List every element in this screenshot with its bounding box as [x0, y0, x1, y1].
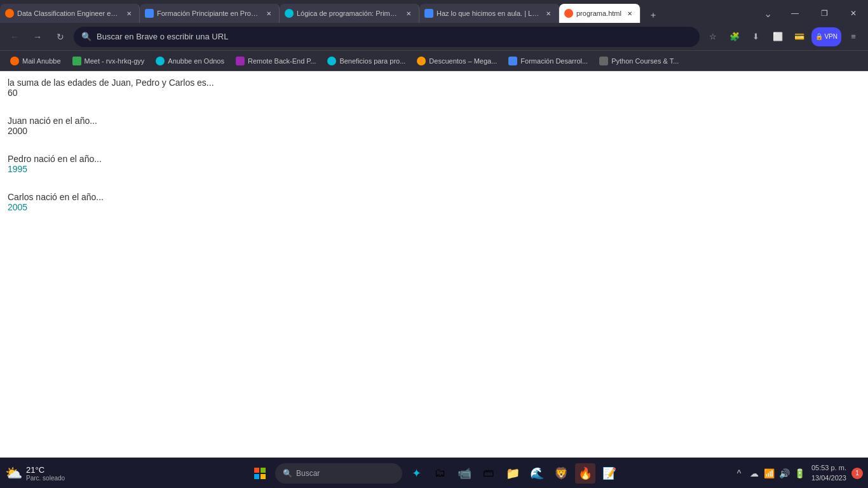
line-value-4: 2005	[8, 202, 860, 212]
bookmark-favicon-6	[417, 57, 426, 65]
clock-date: 13/04/2023	[811, 473, 846, 483]
taskbar-files-explorer[interactable]: 🗂	[430, 463, 451, 484]
tab-label-4: Haz lo que hicimos en aula. | Lógic...	[437, 10, 540, 17]
line-value-3: 1995	[8, 164, 860, 174]
tab-3[interactable]: Lógica de programación: Primeros... ✕	[280, 4, 419, 23]
wallet-button[interactable]: 💳	[790, 27, 809, 46]
bookmark-label-4: Remote Back-End P...	[248, 57, 316, 65]
bookmark-meet[interactable]: Meet - rvx-hrkq-gyy	[67, 53, 150, 69]
tab-2[interactable]: Formación Principiante en Progra... ✕	[140, 4, 280, 23]
bookmark-favicon-5	[327, 57, 336, 65]
content-block-4: Carlos nació en el año... 2005	[8, 192, 860, 212]
system-tray: ^ ☁ 📶 🔊 🔋	[733, 467, 806, 480]
taskbar-search-icon: 🔍	[283, 469, 292, 478]
extensions-button[interactable]: 🧩	[725, 27, 744, 46]
tab-close-3[interactable]: ✕	[403, 8, 414, 18]
bookmark-label-8: Python Courses & T...	[611, 57, 679, 65]
sidebar-button[interactable]: ⬜	[768, 27, 787, 46]
search-icon: 🔍	[81, 32, 92, 41]
title-bar: Data Classification Engineer en Ad ✕ For…	[0, 0, 868, 23]
tab-close-2[interactable]: ✕	[264, 8, 274, 18]
bookmark-favicon-4	[236, 57, 245, 65]
tab-4[interactable]: Haz lo que hicimos en aula. | Lógic... ✕	[419, 4, 559, 23]
close-button[interactable]: ✕	[839, 2, 868, 25]
svg-rect-3	[261, 474, 266, 479]
taskbar-lion[interactable]: 🦁	[551, 463, 571, 484]
bookmark-label-1: Mail Anubbe	[22, 57, 61, 65]
new-tab-button[interactable]: ＋	[646, 8, 661, 23]
weather-info: 21°C Parc. soleado	[26, 465, 65, 482]
bookmark-anubbe[interactable]: Anubbe en Odnos	[151, 53, 229, 69]
taskbar-search-label: Buscar	[296, 469, 320, 478]
system-clock[interactable]: 05:53 p. m. 13/04/2023	[809, 463, 849, 483]
taskbar-brave[interactable]: 🔥	[575, 463, 595, 484]
taskbar-copilot[interactable]: ✦	[406, 463, 426, 484]
title-bar-right: ⌄	[755, 4, 780, 23]
tray-battery[interactable]: 🔋	[794, 467, 806, 480]
forward-button[interactable]: →	[28, 27, 47, 46]
tab-label-2: Formación Principiante en Progra...	[157, 10, 261, 17]
bookmark-label-2: Meet - rvx-hrkq-gyy	[85, 57, 145, 65]
bookmark-mail[interactable]: Mail Anubbe	[5, 53, 66, 69]
tab-1[interactable]: Data Classification Engineer en Ad ✕	[0, 4, 140, 23]
tab-favicon-1	[5, 9, 14, 18]
taskbar-notes[interactable]: 📝	[599, 463, 620, 484]
weather-desc: Parc. soleado	[26, 475, 65, 482]
line-value-1: 60	[8, 88, 860, 98]
bookmark-remote[interactable]: Remote Back-End P...	[231, 53, 321, 69]
bookmark-formacion[interactable]: Formación Desarrol...	[503, 53, 593, 69]
bookmark-beneficios[interactable]: Beneficios para pro...	[322, 53, 410, 69]
tab-list-button[interactable]: ⌄	[760, 6, 775, 21]
bookmark-favicon-2	[72, 57, 81, 65]
tray-volume[interactable]: 🔊	[778, 467, 791, 480]
tab-label-1: Data Classification Engineer en Ad	[17, 10, 121, 17]
bookmark-favicon-3	[156, 57, 165, 65]
tab-favicon-3	[285, 9, 294, 18]
weather-icon: ⛅	[5, 465, 22, 482]
svg-rect-0	[254, 468, 259, 473]
vpn-button[interactable]: 🔒 VPN	[811, 27, 841, 46]
maximize-button[interactable]: ❐	[810, 2, 839, 25]
tab-5-active[interactable]: programa.html ✕	[559, 4, 641, 23]
minimize-button[interactable]: —	[780, 2, 810, 25]
clock-time: 05:53 p. m.	[811, 463, 846, 473]
reload-button[interactable]: ↻	[51, 27, 70, 46]
bookmark-favicon-7	[508, 57, 517, 65]
weather-temp: 21°C	[26, 465, 65, 475]
address-bar[interactable]: 🔍 Buscar en Brave o escribir una URL	[74, 27, 700, 47]
tab-close-1[interactable]: ✕	[124, 8, 134, 18]
bookmark-descuentos[interactable]: Descuentos – Mega...	[412, 53, 502, 69]
tray-cloud[interactable]: ☁	[748, 467, 761, 480]
nav-bar: ← → ↻ 🔍 Buscar en Brave o escribir una U…	[0, 23, 868, 51]
taskbar-store[interactable]: 🗃	[478, 463, 499, 484]
line-label-2: Juan nació en el año...	[8, 116, 860, 126]
nav-right: ☆ 🧩 ⬇ ⬜ 💳 🔒 VPN ≡	[703, 27, 863, 46]
bookmark-favicon-1	[10, 57, 19, 65]
tray-wifi[interactable]: 📶	[763, 467, 776, 480]
tab-favicon-5	[564, 9, 573, 18]
browser-window: Data Classification Engineer en Ad ✕ For…	[0, 0, 868, 488]
taskbar-meet[interactable]: 📹	[454, 463, 475, 484]
tab-close-4[interactable]: ✕	[543, 8, 553, 18]
download-button[interactable]: ⬇	[747, 27, 766, 46]
bookmark-button[interactable]: ☆	[703, 27, 722, 46]
taskbar-folder[interactable]: 📁	[503, 463, 523, 484]
taskbar-right: ^ ☁ 📶 🔊 🔋 05:53 p. m. 13/04/2023 1	[733, 463, 863, 483]
line-value-2: 2000	[8, 126, 860, 136]
tab-actions: ＋	[641, 8, 666, 23]
tab-close-5[interactable]: ✕	[625, 8, 635, 18]
tray-chevron[interactable]: ^	[733, 467, 745, 480]
bookmark-label-3: Anubbe en Odnos	[168, 57, 224, 65]
taskbar-edge[interactable]: 🌊	[527, 463, 547, 484]
taskbar-left: ⛅ 21°C Parc. soleado	[5, 465, 65, 482]
address-text: Buscar en Brave o escribir una URL	[97, 32, 692, 41]
bookmark-label-6: Descuentos – Mega...	[429, 57, 497, 65]
menu-button[interactable]: ≡	[844, 27, 863, 46]
weather-widget[interactable]: ⛅ 21°C Parc. soleado	[5, 465, 65, 482]
back-button[interactable]: ←	[5, 27, 24, 46]
tab-label-3: Lógica de programación: Primeros...	[297, 10, 400, 17]
start-button[interactable]	[248, 462, 271, 485]
notification-badge[interactable]: 1	[851, 468, 863, 479]
bookmark-python[interactable]: Python Courses & T...	[594, 53, 684, 69]
taskbar-search[interactable]: 🔍 Buscar	[275, 463, 402, 484]
